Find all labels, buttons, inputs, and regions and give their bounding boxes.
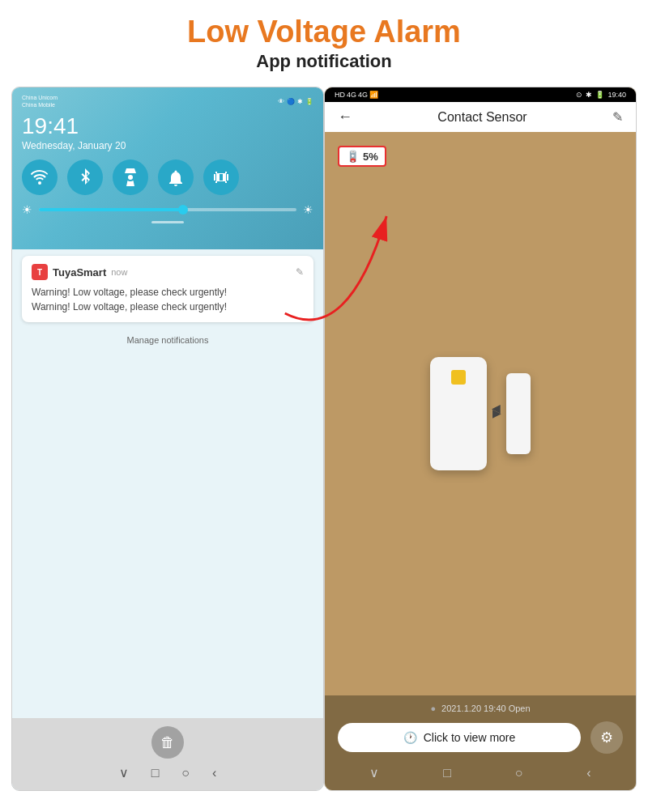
right-nav-bar: ∨ □ ○ ‹ — [338, 762, 623, 784]
brightness-low-icon: ☀ — [22, 203, 32, 216]
brightness-thumb — [178, 205, 188, 215]
right-time: 19:40 — [608, 91, 626, 99]
trash-icon[interactable]: 🗑 — [151, 726, 184, 759]
left-nav-menu[interactable]: ‹ — [212, 766, 216, 780]
eye-icon: 👁 — [278, 98, 284, 105]
brightness-row: ☀ ☀ — [22, 203, 313, 216]
quick-icons-row — [22, 159, 313, 195]
warning-line1: Warning! Low voltage, please check urgen… — [32, 285, 304, 300]
low-battery-icon: 🪫 — [346, 150, 360, 163]
bell-quick-icon[interactable] — [158, 159, 194, 195]
bluetooth-quick-icon[interactable] — [67, 159, 103, 195]
last-event-text: ● 2021.1.20 19:40 Open — [338, 704, 623, 713]
divider — [151, 221, 184, 223]
left-status-icons: 👁 🔵 ✱ 🔋 — [278, 98, 313, 105]
asterisk-icon: ✱ — [297, 98, 303, 105]
left-status-bar: China Unicom China Mobile 👁 🔵 ✱ 🔋 — [22, 94, 313, 108]
right-nav-menu[interactable]: ‹ — [586, 766, 590, 780]
battery-status-icon: 🔋 — [305, 98, 313, 105]
right-nav-home[interactable]: □ — [443, 766, 451, 780]
brightness-fill — [39, 208, 181, 211]
signal-4g-1-icon: 4G — [347, 91, 356, 99]
flashlight-quick-icon[interactable] — [113, 159, 148, 195]
left-nav-home[interactable]: □ — [151, 766, 160, 780]
left-nav-bar: ∨ □ ○ ‹ — [119, 765, 217, 780]
right-nav-back[interactable]: ∨ — [369, 765, 379, 780]
right-navbar-title: Contact Sensor — [437, 110, 526, 125]
pencil-icon: ✎ — [296, 266, 304, 278]
sensor-left-arrow: ◀ — [492, 402, 501, 415]
right-bluetooth-icon: ✱ — [586, 91, 592, 99]
sensor-led — [451, 370, 466, 385]
settings-gear-icon: ⚙ — [600, 729, 613, 746]
app-name-text: TuyaSmart — [53, 266, 106, 278]
settings-button[interactable]: ⚙ — [590, 721, 623, 754]
left-carrier-info: China Unicom China Mobile — [22, 94, 58, 108]
sensor-display-area: ▶ ◀ — [325, 132, 636, 695]
left-phone-bottom: 🗑 ∨ □ ○ ‹ — [12, 718, 323, 790]
view-more-button[interactable]: 🕐 Click to view more — [338, 723, 581, 752]
page-subtitle: App notification — [0, 51, 648, 72]
right-status-right: ⊙ ✱ 🔋 19:40 — [576, 91, 626, 99]
left-time: 19:41 — [22, 113, 313, 139]
wifi-quick-icon[interactable] — [22, 159, 58, 195]
notification-card: T TuyaSmart now ✎ Warning! Low voltage, … — [22, 256, 313, 322]
view-more-label: Click to view more — [424, 731, 516, 744]
notification-body: Warning! Low voltage, please check urgen… — [32, 285, 304, 314]
right-navbar: ← Contact Sensor ✎ — [325, 102, 636, 132]
left-nav-circle[interactable]: ○ — [181, 766, 190, 780]
alarm-clock-icon: ⊙ — [576, 91, 582, 99]
vibrate-quick-icon[interactable] — [203, 159, 239, 195]
battery-percent: 5% — [363, 151, 378, 163]
clock-icon: 🕐 — [403, 731, 417, 744]
left-phone: China Unicom China Mobile 👁 🔵 ✱ 🔋 19:41 … — [11, 87, 324, 791]
right-phone-bottom: ● 2021.1.20 19:40 Open 🕐 Click to view m… — [325, 695, 636, 790]
bluetooth-status-icon: 🔵 — [287, 98, 295, 105]
right-status-left: HD 4G 4G 📶 — [335, 91, 378, 99]
carrier2-text: China Mobile — [22, 101, 58, 108]
bottom-buttons-row: 🕐 Click to view more ⚙ — [338, 721, 623, 754]
hd-icon: HD — [335, 91, 345, 99]
left-nav-back[interactable]: ∨ — [119, 765, 129, 780]
notification-header: T TuyaSmart now ✎ — [32, 264, 304, 280]
brightness-high-icon: ☀ — [303, 203, 313, 216]
carrier1-text: China Unicom — [22, 94, 58, 101]
event-details: 2021.1.20 19:40 Open — [441, 704, 530, 713]
wifi-status-icon: 📶 — [369, 91, 378, 99]
right-nav-circle[interactable]: ○ — [515, 766, 523, 780]
right-edit-icon[interactable]: ✎ — [612, 109, 623, 125]
sensor-group: ▶ ◀ — [430, 357, 531, 470]
right-back-arrow[interactable]: ← — [338, 108, 352, 125]
tuya-app-icon: T — [32, 264, 48, 280]
left-date: Wednesday, January 20 — [22, 140, 313, 151]
sensor-small-body: ◀ — [506, 373, 531, 454]
right-battery-icon: 🔋 — [595, 91, 604, 99]
signal-4g-2-icon: 4G — [358, 91, 368, 99]
battery-badge: 🪫 5% — [338, 146, 386, 167]
right-phone: HD 4G 4G 📶 ⊙ ✱ 🔋 19:40 ← Contact Sensor … — [324, 87, 637, 791]
right-status-bar: HD 4G 4G 📶 ⊙ ✱ 🔋 19:40 — [325, 87, 636, 102]
warning-line2: Warning! Low voltage, please check urgen… — [32, 300, 304, 314]
sensor-main-body: ▶ — [430, 357, 487, 470]
brightness-bar[interactable] — [39, 208, 296, 211]
notification-time: now — [111, 267, 127, 277]
event-dot: ● — [430, 704, 436, 713]
page-title: Low Voltage Alarm — [0, 15, 648, 49]
manage-notifications[interactable]: Manage notifications — [12, 332, 323, 348]
left-phone-top: China Unicom China Mobile 👁 🔵 ✱ 🔋 19:41 … — [12, 87, 323, 249]
